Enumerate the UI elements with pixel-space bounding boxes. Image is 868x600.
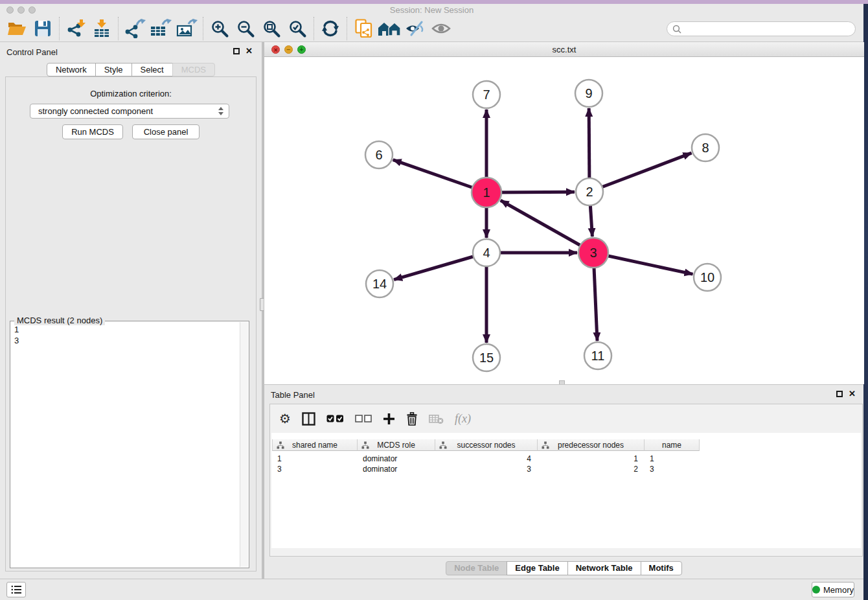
column-header-successor-nodes[interactable]: successor nodes (435, 439, 538, 451)
mcds-panel-body: Optimization criterion: strongly connect… (5, 76, 257, 571)
network-canvas[interactable]: 7968124314101511 (264, 57, 864, 384)
delete-table-icon[interactable] (429, 413, 444, 424)
home-button[interactable] (376, 17, 402, 40)
graph-node-7[interactable]: 7 (473, 81, 500, 108)
export-image-icon (176, 19, 198, 38)
search-input[interactable] (681, 22, 855, 36)
refresh-button[interactable] (317, 17, 343, 40)
graph-edge-2-8[interactable] (589, 153, 691, 192)
graph-edge-4-14[interactable] (394, 253, 486, 280)
deselect-all-icon[interactable] (355, 415, 372, 423)
column-label: predecessor nodes (558, 441, 624, 450)
column-header-name[interactable]: name (645, 439, 700, 451)
graph-node-4[interactable]: 4 (473, 239, 500, 266)
hierarchy-icon (439, 441, 447, 449)
optimization-criterion-label: Optimization criterion: (6, 89, 256, 98)
tab-select[interactable]: Select (131, 63, 173, 76)
graph-node-1[interactable]: 1 (472, 178, 501, 207)
table-panel: Table Panel ⚙ (264, 384, 863, 579)
column-header-predecessor-nodes[interactable]: predecessor nodes (538, 439, 645, 451)
table-panel-header: Table Panel (271, 390, 856, 400)
close-panel-button[interactable]: Close panel (132, 124, 200, 139)
show-graphics-details-button[interactable] (428, 17, 454, 40)
graph-node-14[interactable]: 14 (366, 270, 393, 297)
tab-network-table[interactable]: Network Table (567, 561, 641, 575)
node-table-container: ⚙ (269, 404, 863, 557)
zoom-in-button[interactable] (207, 17, 233, 40)
criterion-selected-value: strongly connected component (38, 106, 153, 116)
delete-column-trash-icon[interactable] (406, 412, 418, 426)
zoom-out-button[interactable] (233, 17, 258, 40)
session-window: Session: New Session (0, 4, 863, 600)
graph-node-2[interactable]: 2 (576, 178, 603, 205)
graph-edge-3-1[interactable] (501, 200, 593, 253)
window-title: Session: New Session (0, 5, 863, 15)
toggle-panel-icon[interactable] (302, 412, 315, 426)
function-builder-button[interactable]: f(x) (455, 412, 471, 426)
zoom-fit-button[interactable] (258, 17, 284, 40)
save-session-button[interactable] (30, 17, 56, 40)
table-panel-title: Table Panel (271, 390, 315, 400)
toolbar-separator (347, 17, 347, 40)
zoom-in-icon (211, 19, 229, 38)
memory-button[interactable]: Memory (812, 582, 854, 597)
tab-edge-table[interactable]: Edge Table (507, 561, 567, 575)
cell-successor-nodes: 3 (435, 463, 538, 474)
network-graph[interactable]: 7968124314101511 (264, 57, 864, 384)
float-table-panel-icon[interactable] (836, 391, 843, 397)
graph-node-3[interactable]: 3 (578, 238, 608, 268)
eye-slash-icon (405, 21, 426, 36)
hide-graphics-details-button[interactable] (402, 17, 428, 40)
graph-node-label: 3 (589, 246, 597, 260)
column-label: name (662, 441, 681, 450)
control-panel-header: Control Panel (6, 47, 253, 58)
mcds-result-text[interactable]: 1 3 (12, 324, 238, 566)
column-label: shared name (292, 441, 337, 450)
tab-node-table[interactable]: Node Table (446, 561, 507, 575)
tab-network[interactable]: Network (47, 63, 96, 76)
import-table-button[interactable] (89, 17, 115, 40)
eye-icon (431, 22, 451, 35)
refresh-icon (321, 20, 339, 37)
export-table-button[interactable] (148, 17, 174, 40)
new-session-from-files-button[interactable] (350, 17, 376, 40)
hierarchy-icon (277, 441, 284, 449)
close-panel-icon[interactable] (246, 48, 253, 54)
result-scrollbar[interactable] (240, 322, 248, 567)
graph-node-10[interactable]: 10 (694, 264, 721, 291)
open-session-button[interactable] (4, 17, 30, 40)
export-network-button[interactable] (122, 17, 148, 40)
float-panel-icon[interactable] (233, 48, 240, 54)
table-row[interactable]: 1 dominator 4 1 1 (272, 453, 700, 463)
graph-node-9[interactable]: 9 (575, 80, 602, 107)
tab-mcds[interactable]: MCDS (172, 63, 215, 76)
criterion-select[interactable]: strongly connected component (30, 104, 229, 119)
task-history-button[interactable] (6, 582, 26, 597)
export-image-button[interactable] (174, 17, 200, 40)
close-table-panel-icon[interactable] (849, 391, 856, 397)
graph-node-label: 4 (483, 246, 490, 260)
graph-node-11[interactable]: 11 (584, 342, 611, 369)
tab-motifs[interactable]: Motifs (641, 561, 682, 575)
save-icon (34, 20, 51, 37)
column-header-mcds-role[interactable]: MCDS role (358, 439, 435, 451)
cell-predecessor-nodes: 1 (538, 453, 645, 463)
zoom-selected-button[interactable] (284, 17, 310, 40)
column-label: MCDS role (377, 441, 415, 450)
table-row[interactable]: 3 dominator 3 2 3 (272, 463, 700, 474)
graph-node-6[interactable]: 6 (365, 141, 393, 168)
main-toolbar (0, 16, 863, 42)
select-all-icon[interactable] (326, 414, 344, 423)
add-column-icon[interactable] (383, 413, 395, 425)
column-settings-button[interactable]: ⚙ (279, 412, 291, 425)
graph-node-label: 14 (372, 277, 387, 291)
import-network-button[interactable] (63, 17, 89, 40)
result-line: 3 (14, 335, 238, 346)
open-folder-icon (7, 21, 27, 36)
tab-style[interactable]: Style (95, 63, 132, 76)
graph-node-15[interactable]: 15 (473, 344, 500, 371)
graph-node-8[interactable]: 8 (692, 134, 719, 161)
run-mcds-button[interactable]: Run MCDS (62, 124, 123, 139)
search-icon (672, 25, 681, 34)
column-header-shared-name[interactable]: shared name (272, 439, 358, 451)
